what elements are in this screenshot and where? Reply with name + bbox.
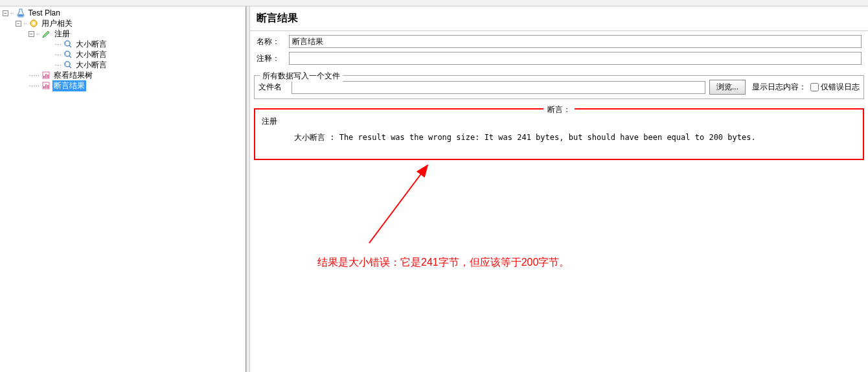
gear-icon <box>29 18 39 29</box>
svg-rect-11 <box>45 84 47 88</box>
assertion-content: 注册 大小断言 : The result was the wrong size:… <box>262 116 856 143</box>
tree-label: 大小断言 <box>74 49 108 60</box>
tree-line: ···· <box>54 62 62 69</box>
tree-item-register[interactable]: − ·· 注册 <box>3 29 243 39</box>
svg-point-2 <box>65 41 70 46</box>
magnifier-icon <box>63 49 73 60</box>
svg-rect-7 <box>45 74 47 78</box>
main-container: − ·· Test Plan − ·· 用户相关 − ·· <box>0 6 868 372</box>
tree-item-size-assertion-3[interactable]: ···· 大小断言 <box>3 60 243 70</box>
tree-line: ···· <box>54 41 62 48</box>
tree-label-selected: 断言结果 <box>52 80 86 91</box>
error-only-label: 仅错误日志 <box>821 82 860 93</box>
tree-line: ······ <box>29 82 40 89</box>
error-only-checkbox[interactable] <box>810 83 819 91</box>
tree-label: 大小断言 <box>74 39 108 50</box>
comment-input[interactable] <box>289 52 862 65</box>
pencil-icon <box>41 29 52 39</box>
comment-row: 注释： <box>257 52 862 65</box>
tree-panel: − ·· Test Plan − ·· 用户相关 − ·· <box>0 6 246 372</box>
toolbar <box>0 0 868 6</box>
chart-icon <box>41 70 51 80</box>
tree-item-size-assertion-2[interactable]: ···· 大小断言 <box>3 49 243 60</box>
panel-title: 断言结果 <box>250 6 868 31</box>
file-label: 文件名 <box>258 82 288 93</box>
svg-rect-8 <box>47 75 49 78</box>
file-row: 文件名 浏览... 显示日志内容： 仅错误日志 <box>258 80 860 95</box>
tree-label: 注册 <box>53 29 71 40</box>
tree-label: 察看结果树 <box>52 70 94 81</box>
assertion-message: 大小断言 : The result was the wrong size: It… <box>262 132 856 143</box>
tree-item-assertion-results[interactable]: ······ 断言结果 <box>3 80 243 91</box>
svg-point-3 <box>65 51 70 56</box>
comment-label: 注释： <box>257 53 289 64</box>
tree-toggle-icon[interactable]: − <box>3 10 8 16</box>
annotation-text: 结果是大小错误：它是241字节，但应该等于200字节。 <box>317 256 569 270</box>
file-legend: 所有数据写入一个文件 <box>260 71 343 82</box>
svg-rect-10 <box>43 86 45 88</box>
name-row: 名称： <box>257 35 862 48</box>
assertion-box: 断言： 注册 大小断言 : The result was the wrong s… <box>254 108 864 160</box>
tree-label: 用户相关 <box>40 18 74 29</box>
tree-item-user-related[interactable]: − ·· 用户相关 <box>3 18 243 29</box>
tree: − ·· Test Plan − ·· 用户相关 − ·· <box>0 6 246 92</box>
tree-toggle-icon[interactable]: − <box>16 21 21 27</box>
name-label: 名称： <box>257 36 289 47</box>
tree-line: ·· <box>10 10 14 17</box>
flask-icon <box>16 8 26 18</box>
tree-line: ·· <box>36 30 40 38</box>
svg-point-4 <box>65 62 70 67</box>
svg-rect-6 <box>43 76 45 78</box>
name-input[interactable] <box>289 35 862 48</box>
form-section: 名称： 注释： <box>250 31 868 73</box>
tree-line: ······ <box>29 72 40 79</box>
svg-rect-12 <box>47 85 49 88</box>
tree-label: 大小断言 <box>74 60 108 71</box>
log-label: 显示日志内容： <box>752 82 806 93</box>
tree-toggle-icon[interactable]: − <box>29 31 34 37</box>
tree-line: ·· <box>23 20 27 27</box>
tree-item-test-plan[interactable]: − ·· Test Plan <box>3 8 243 18</box>
svg-point-1 <box>32 22 35 25</box>
error-only-checkbox-wrap[interactable]: 仅错误日志 <box>810 82 860 93</box>
tree-line: ···· <box>54 51 62 58</box>
browse-button[interactable]: 浏览... <box>709 80 746 95</box>
tree-item-size-assertion-1[interactable]: ···· 大小断言 <box>3 39 243 49</box>
right-panel: 断言结果 名称： 注释： 所有数据写入一个文件 文件名 浏览... 显示日志内容… <box>250 6 868 372</box>
magnifier-icon <box>63 39 73 49</box>
chart-icon <box>41 80 51 91</box>
file-fieldset: 所有数据写入一个文件 文件名 浏览... 显示日志内容： 仅错误日志 <box>254 75 864 99</box>
tree-item-view-results-tree[interactable]: ······ 察看结果树 <box>3 70 243 80</box>
file-input[interactable] <box>291 81 705 94</box>
magnifier-icon <box>63 60 73 70</box>
assertion-register-label: 注册 <box>262 116 856 127</box>
tree-label-root: Test Plan <box>27 8 62 17</box>
assertion-legend: 断言： <box>543 104 575 115</box>
